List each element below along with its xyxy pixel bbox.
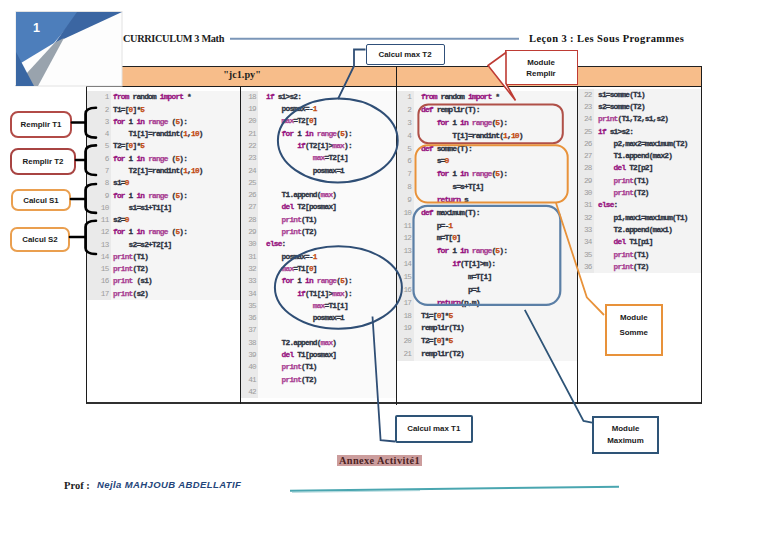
svg-text:1: 1 bbox=[33, 21, 40, 35]
